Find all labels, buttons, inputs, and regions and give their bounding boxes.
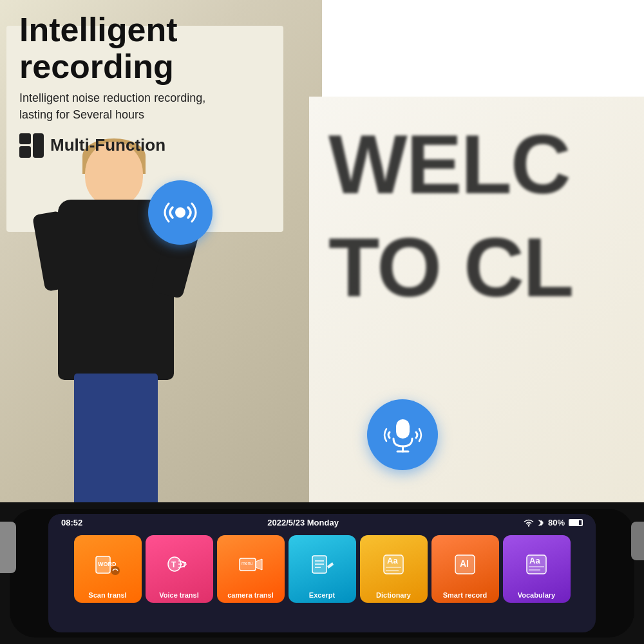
welcome-text-cl: CL xyxy=(464,219,573,316)
status-time: 08:52 xyxy=(61,518,82,527)
welcome-text-welc: WELC xyxy=(328,116,570,213)
svg-text:AI: AI xyxy=(460,558,469,569)
device-screen: 08:52 2022/5/23 Monday 80% xyxy=(48,514,596,632)
app-scan-transl[interactable]: WORD Scan transl xyxy=(74,535,142,603)
bluetooth-icon xyxy=(538,518,544,527)
status-right: 80% xyxy=(524,518,583,527)
grid-icon xyxy=(19,133,44,158)
subtitle-line1: Intelligent noise reduction recording, xyxy=(19,91,205,104)
excerpt-label: Excerpt xyxy=(309,591,335,600)
app-grid: WORD Scan transl T T xyxy=(48,531,596,607)
app-dictionary[interactable]: Aa Dictionary xyxy=(360,535,428,603)
voice-transl-label: Voice transl xyxy=(159,591,199,600)
svg-rect-1 xyxy=(396,419,410,439)
scan-transl-label: Scan transl xyxy=(88,591,126,600)
excerpt-icon xyxy=(309,540,335,589)
dictionary-label: Dictionary xyxy=(376,591,411,600)
svg-point-7 xyxy=(111,566,120,575)
battery-bar xyxy=(569,519,583,526)
svg-text:Aa: Aa xyxy=(387,556,398,565)
voice-transl-icon: T T xyxy=(166,540,193,589)
smart-record-label: Smart record xyxy=(443,591,487,600)
side-handle-right xyxy=(631,522,644,560)
multifunction-row: Multi-Function xyxy=(19,133,316,158)
app-voice-transl[interactable]: T T Voice transl xyxy=(146,535,213,603)
camera-transl-icon: menu xyxy=(238,540,263,589)
app-smart-record[interactable]: AI Smart record xyxy=(431,535,499,603)
status-date: 2022/5/23 Monday xyxy=(267,518,339,527)
multifunction-label: Multi-Function xyxy=(50,135,166,155)
svg-text:Aa: Aa xyxy=(529,556,540,565)
subtitle: Intelligent noise reduction recording, l… xyxy=(19,90,316,122)
app-vocabulary[interactable]: Aa Vocabulary xyxy=(503,535,571,603)
device-body: 08:52 2022/5/23 Monday 80% xyxy=(10,509,634,638)
svg-text:menu: menu xyxy=(242,561,253,565)
welcome-text-to: TO xyxy=(328,219,440,316)
page-title: Intelligent recording xyxy=(19,12,316,85)
camera-transl-label: camera transl xyxy=(227,591,274,600)
app-camera-transl[interactable]: menu camera transl xyxy=(217,535,285,603)
wifi-icon xyxy=(524,519,534,527)
scan-transl-icon: WORD xyxy=(95,540,120,589)
microphone-icon xyxy=(367,399,438,470)
battery-fill xyxy=(570,520,579,525)
svg-text:T: T xyxy=(171,560,176,569)
welcome-background: WELC TO CL xyxy=(309,97,644,509)
side-handle-left xyxy=(0,522,16,573)
subtitle-line2: lasting for Several hours xyxy=(19,108,144,121)
app-excerpt[interactable]: Excerpt xyxy=(289,535,356,603)
svg-point-0 xyxy=(175,207,185,218)
top-section: Intelligent recording Intelligent noise … xyxy=(19,12,316,158)
vocabulary-icon: Aa xyxy=(524,540,549,589)
sound-wave-icon xyxy=(148,180,213,245)
svg-point-4 xyxy=(528,525,529,526)
battery-percent: 80% xyxy=(548,518,565,527)
dictionary-icon: Aa xyxy=(381,540,406,589)
smart-record-icon: AI xyxy=(452,540,478,589)
vocabulary-label: Vocabulary xyxy=(518,591,556,600)
person-legs xyxy=(74,374,158,502)
device-container: 08:52 2022/5/23 Monday 80% xyxy=(0,502,644,644)
status-bar: 08:52 2022/5/23 Monday 80% xyxy=(48,514,596,531)
